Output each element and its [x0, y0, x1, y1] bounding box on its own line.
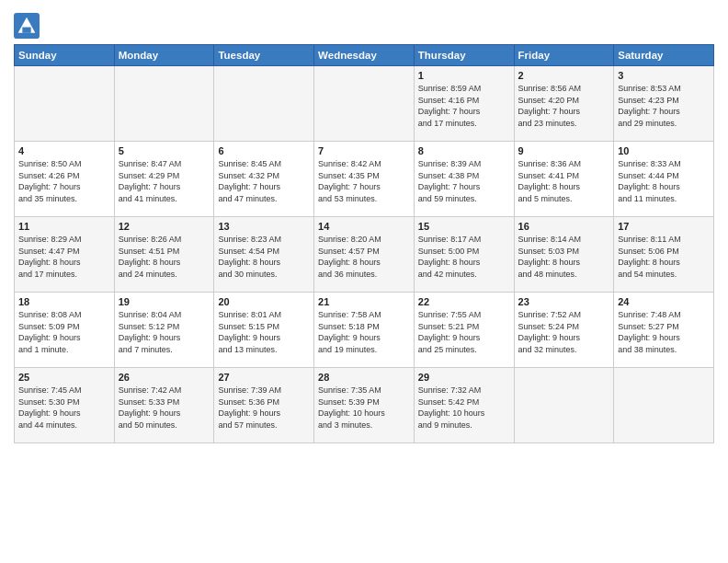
calendar-table: SundayMondayTuesdayWednesdayThursdayFrid…	[14, 44, 714, 443]
calendar-cell: 16Sunrise: 8:14 AM Sunset: 5:03 PM Dayli…	[514, 217, 614, 293]
calendar-cell: 25Sunrise: 7:45 AM Sunset: 5:30 PM Dayli…	[15, 368, 115, 443]
day-number: 6	[218, 145, 310, 156]
calendar-cell: 22Sunrise: 7:55 AM Sunset: 5:21 PM Dayli…	[414, 293, 514, 368]
calendar-week-3: 11Sunrise: 8:29 AM Sunset: 4:47 PM Dayli…	[15, 217, 714, 293]
calendar-cell: 2Sunrise: 8:56 AM Sunset: 4:20 PM Daylig…	[514, 66, 614, 142]
day-number: 19	[119, 296, 210, 307]
day-info: Sunrise: 8:20 AM Sunset: 4:57 PM Dayligh…	[318, 234, 410, 280]
calendar-cell	[15, 66, 115, 142]
calendar-cell	[114, 66, 214, 142]
day-info: Sunrise: 8:45 AM Sunset: 4:32 PM Dayligh…	[218, 158, 310, 204]
day-number: 13	[218, 221, 310, 232]
calendar-week-4: 18Sunrise: 8:08 AM Sunset: 5:09 PM Dayli…	[15, 293, 714, 368]
day-number: 24	[618, 296, 710, 307]
day-info: Sunrise: 7:55 AM Sunset: 5:21 PM Dayligh…	[418, 309, 510, 355]
calendar-cell: 4Sunrise: 8:50 AM Sunset: 4:26 PM Daylig…	[15, 142, 115, 217]
calendar-cell: 24Sunrise: 7:48 AM Sunset: 5:27 PM Dayli…	[614, 293, 714, 368]
day-info: Sunrise: 7:52 AM Sunset: 5:24 PM Dayligh…	[518, 309, 610, 355]
calendar-cell: 13Sunrise: 8:23 AM Sunset: 4:54 PM Dayli…	[214, 217, 314, 293]
calendar-cell: 5Sunrise: 8:47 AM Sunset: 4:29 PM Daylig…	[114, 142, 214, 217]
day-number: 17	[618, 221, 710, 232]
calendar-cell: 15Sunrise: 8:17 AM Sunset: 5:00 PM Dayli…	[414, 217, 514, 293]
day-number: 16	[518, 221, 610, 232]
day-number: 18	[18, 296, 110, 307]
calendar-cell	[214, 66, 314, 142]
day-number: 23	[518, 296, 610, 307]
calendar-cell: 11Sunrise: 8:29 AM Sunset: 4:47 PM Dayli…	[15, 217, 115, 293]
day-number: 2	[518, 70, 610, 81]
calendar-header-saturday: Saturday	[614, 45, 714, 66]
day-number: 3	[618, 70, 710, 81]
day-info: Sunrise: 8:23 AM Sunset: 4:54 PM Dayligh…	[218, 234, 310, 280]
day-number: 7	[318, 145, 410, 156]
calendar-week-5: 25Sunrise: 7:45 AM Sunset: 5:30 PM Dayli…	[15, 368, 714, 443]
day-info: Sunrise: 8:11 AM Sunset: 5:06 PM Dayligh…	[618, 234, 710, 280]
calendar-cell	[514, 368, 614, 443]
day-info: Sunrise: 8:14 AM Sunset: 5:03 PM Dayligh…	[518, 234, 610, 280]
calendar-cell: 21Sunrise: 7:58 AM Sunset: 5:18 PM Dayli…	[314, 293, 415, 368]
calendar-cell: 20Sunrise: 8:01 AM Sunset: 5:15 PM Dayli…	[214, 293, 314, 368]
calendar-cell: 14Sunrise: 8:20 AM Sunset: 4:57 PM Dayli…	[314, 217, 415, 293]
day-number: 15	[418, 221, 510, 232]
calendar-cell: 6Sunrise: 8:45 AM Sunset: 4:32 PM Daylig…	[214, 142, 314, 217]
day-info: Sunrise: 8:29 AM Sunset: 4:47 PM Dayligh…	[18, 234, 110, 280]
day-info: Sunrise: 8:50 AM Sunset: 4:26 PM Dayligh…	[18, 158, 110, 204]
calendar-cell: 8Sunrise: 8:39 AM Sunset: 4:38 PM Daylig…	[414, 142, 514, 217]
calendar-week-2: 4Sunrise: 8:50 AM Sunset: 4:26 PM Daylig…	[15, 142, 714, 217]
calendar-cell: 17Sunrise: 8:11 AM Sunset: 5:06 PM Dayli…	[614, 217, 714, 293]
day-info: Sunrise: 7:32 AM Sunset: 5:42 PM Dayligh…	[418, 385, 510, 431]
calendar-header-tuesday: Tuesday	[214, 45, 314, 66]
calendar-header-thursday: Thursday	[414, 45, 514, 66]
calendar-cell: 7Sunrise: 8:42 AM Sunset: 4:35 PM Daylig…	[314, 142, 415, 217]
day-info: Sunrise: 8:56 AM Sunset: 4:20 PM Dayligh…	[518, 83, 610, 129]
calendar-cell	[614, 368, 714, 443]
calendar-week-1: 1Sunrise: 8:59 AM Sunset: 4:16 PM Daylig…	[15, 66, 714, 142]
calendar-header-wednesday: Wednesday	[314, 45, 415, 66]
calendar-cell: 23Sunrise: 7:52 AM Sunset: 5:24 PM Dayli…	[514, 293, 614, 368]
day-number: 26	[119, 372, 210, 383]
day-number: 21	[318, 296, 410, 307]
header	[14, 9, 714, 39]
day-number: 1	[418, 70, 510, 81]
day-info: Sunrise: 8:04 AM Sunset: 5:12 PM Dayligh…	[119, 309, 210, 355]
calendar-cell: 3Sunrise: 8:53 AM Sunset: 4:23 PM Daylig…	[614, 66, 714, 142]
calendar-header-friday: Friday	[514, 45, 614, 66]
page: SundayMondayTuesdayWednesdayThursdayFrid…	[0, 0, 728, 563]
day-info: Sunrise: 8:26 AM Sunset: 4:51 PM Dayligh…	[119, 234, 210, 280]
day-info: Sunrise: 8:42 AM Sunset: 4:35 PM Dayligh…	[318, 158, 410, 204]
day-info: Sunrise: 8:53 AM Sunset: 4:23 PM Dayligh…	[618, 83, 710, 129]
day-info: Sunrise: 7:35 AM Sunset: 5:39 PM Dayligh…	[318, 385, 410, 431]
calendar-header-monday: Monday	[114, 45, 214, 66]
calendar-cell	[314, 66, 415, 142]
day-info: Sunrise: 8:08 AM Sunset: 5:09 PM Dayligh…	[18, 309, 110, 355]
day-number: 22	[418, 296, 510, 307]
day-info: Sunrise: 7:58 AM Sunset: 5:18 PM Dayligh…	[318, 309, 410, 355]
day-number: 8	[418, 145, 510, 156]
calendar-cell: 12Sunrise: 8:26 AM Sunset: 4:51 PM Dayli…	[114, 217, 214, 293]
day-info: Sunrise: 7:42 AM Sunset: 5:33 PM Dayligh…	[119, 385, 210, 431]
day-info: Sunrise: 8:33 AM Sunset: 4:44 PM Dayligh…	[618, 158, 710, 204]
day-number: 27	[218, 372, 310, 383]
calendar-cell: 18Sunrise: 8:08 AM Sunset: 5:09 PM Dayli…	[15, 293, 115, 368]
day-number: 28	[318, 372, 410, 383]
logo-icon	[14, 13, 40, 39]
calendar-cell: 28Sunrise: 7:35 AM Sunset: 5:39 PM Dayli…	[314, 368, 415, 443]
day-number: 14	[318, 221, 410, 232]
calendar-cell: 26Sunrise: 7:42 AM Sunset: 5:33 PM Dayli…	[114, 368, 214, 443]
day-number: 11	[18, 221, 110, 232]
day-number: 29	[418, 372, 510, 383]
day-info: Sunrise: 8:17 AM Sunset: 5:00 PM Dayligh…	[418, 234, 510, 280]
calendar-cell: 19Sunrise: 8:04 AM Sunset: 5:12 PM Dayli…	[114, 293, 214, 368]
calendar-cell: 10Sunrise: 8:33 AM Sunset: 4:44 PM Dayli…	[614, 142, 714, 217]
day-info: Sunrise: 8:36 AM Sunset: 4:41 PM Dayligh…	[518, 158, 610, 204]
day-number: 10	[618, 145, 710, 156]
day-number: 25	[18, 372, 110, 383]
day-info: Sunrise: 7:48 AM Sunset: 5:27 PM Dayligh…	[618, 309, 710, 355]
day-info: Sunrise: 8:39 AM Sunset: 4:38 PM Dayligh…	[418, 158, 510, 204]
day-info: Sunrise: 8:47 AM Sunset: 4:29 PM Dayligh…	[119, 158, 210, 204]
day-number: 5	[119, 145, 210, 156]
calendar-cell: 9Sunrise: 8:36 AM Sunset: 4:41 PM Daylig…	[514, 142, 614, 217]
calendar-cell: 27Sunrise: 7:39 AM Sunset: 5:36 PM Dayli…	[214, 368, 314, 443]
day-number: 9	[518, 145, 610, 156]
day-info: Sunrise: 8:59 AM Sunset: 4:16 PM Dayligh…	[418, 83, 510, 129]
